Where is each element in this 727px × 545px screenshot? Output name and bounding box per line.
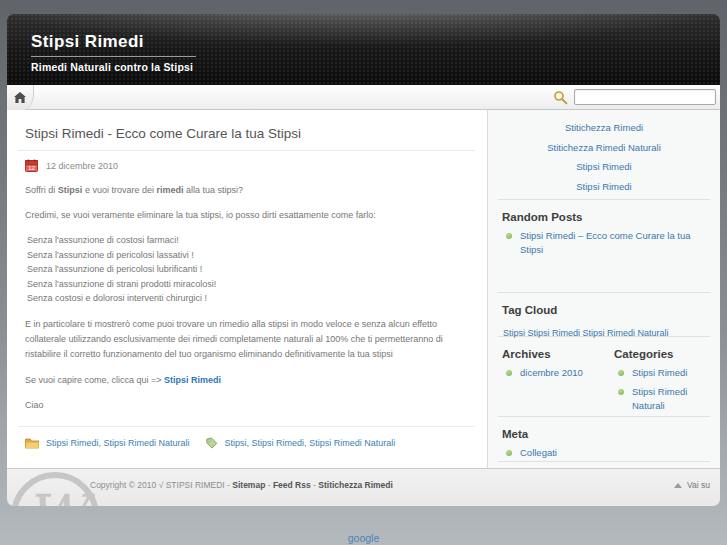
post-cta-line: Se vuoi capire come, clicca qui => Stips…: [25, 373, 475, 387]
site-header: Stipsi Rimedi Rimedi Naturali contro la …: [7, 14, 720, 85]
category-item: Stipsi Rimedi Naturali: [618, 385, 706, 413]
archives-column: Archives dicembre 2010: [502, 348, 614, 416]
tag-group: StipsiStipsi RimediStipsi Rimedi Natural…: [205, 437, 396, 450]
post-categories: Stipsi RimediStipsi Rimedi Naturali: [46, 438, 190, 448]
post-closing: Ciao: [25, 398, 475, 412]
nav-bar: [7, 85, 720, 110]
footer-link[interactable]: Sitemap: [225, 480, 266, 490]
meta-section: Meta Collegati: [488, 417, 720, 461]
archive-item: dicembre 2010: [506, 366, 614, 380]
sidebar-top-link[interactable]: Stitichezza Rimedi: [488, 118, 720, 138]
bullet-icon: [618, 389, 624, 395]
wordpress-logo-icon: W: [9, 470, 101, 506]
footer-link[interactable]: Stitichezza Rimedi: [311, 480, 393, 490]
sidebar-divider: [498, 461, 710, 462]
tag-cloud-section: Tag Cloud StipsiStipsi RimediStipsi Rime…: [488, 293, 720, 336]
post-paragraph-3: E in particolare ti mostrerò come puoi t…: [25, 317, 472, 362]
bold-keyword: Stipsi: [58, 185, 83, 195]
post-date-text: 12 dicembre 2010: [46, 161, 118, 171]
claim-line: Senza l'assunzione di costosi farmaci!: [27, 233, 475, 248]
random-posts-list: Stipsi Rimedi – Ecco come Curare la tua …: [502, 229, 706, 257]
bullet-icon: [506, 450, 512, 456]
categories-list: Stipsi Rimedi Stipsi Rimedi Naturali: [614, 366, 706, 413]
sidebar-top-link[interactable]: Stitichezza Rimedi Naturali: [488, 138, 720, 158]
sidebar: Stitichezza RimediStitichezza Rimedi Nat…: [487, 110, 720, 468]
tag-link[interactable]: Stipsi: [225, 438, 252, 448]
meta-link[interactable]: Collegati: [520, 446, 557, 460]
archive-link[interactable]: dicembre 2010: [520, 366, 583, 380]
archives-categories-section: Archives dicembre 2010 Categories: [488, 337, 720, 416]
google-link[interactable]: google: [348, 532, 380, 544]
calendar-icon: 12: [25, 159, 38, 172]
bullet-icon: [506, 233, 512, 239]
post-paragraph-2: Credimi, se vuoi veramente eliminare la …: [25, 208, 475, 222]
archives-title: Archives: [502, 348, 614, 360]
home-icon: [14, 92, 26, 103]
tag-link[interactable]: Stipsi Rimedi Naturali: [309, 438, 395, 448]
post-meta-row: Stipsi RimediStipsi Rimedi Naturali Stip…: [25, 437, 475, 450]
folder-icon: [25, 438, 39, 449]
sidebar-top-links: Stitichezza RimediStitichezza Rimedi Nat…: [488, 110, 720, 199]
meta-list: Collegati: [502, 446, 706, 460]
claim-line: Senza l'assunzione di pericolosi lubrifi…: [27, 262, 475, 277]
svg-text:12: 12: [28, 165, 35, 171]
tag-cloud-link[interactable]: Stipsi Rimedi Naturali: [583, 328, 669, 338]
back-to-top-button[interactable]: Vai su: [674, 480, 710, 490]
bullet-icon: [618, 370, 624, 376]
category-link[interactable]: Stipsi Rimedi Naturali: [104, 438, 190, 448]
claim-line: Senza costosi e dolorosi interventi chir…: [27, 291, 475, 306]
bullet-icon: [506, 370, 512, 376]
home-tab[interactable]: [7, 85, 34, 110]
bold-keyword: rimedi: [156, 185, 183, 195]
triangle-up-icon: [674, 483, 682, 488]
sidebar-category-link[interactable]: Stipsi Rimedi: [632, 366, 687, 380]
tag-link[interactable]: Stipsi Rimedi: [252, 438, 310, 448]
tag-cloud-title: Tag Cloud: [502, 304, 706, 316]
post-divider: [18, 426, 475, 427]
meta-item: Collegati: [506, 446, 706, 460]
random-post-item: Stipsi Rimedi – Ecco come Curare la tua …: [506, 229, 706, 257]
footer-links: SitemapFeed RssStitichezza Rimedi: [225, 480, 393, 490]
search-box: [553, 89, 716, 105]
claims-list: Senza l'assunzione di costosi farmaci!Se…: [27, 233, 475, 306]
random-posts-title: Random Posts: [502, 211, 706, 223]
post-tags: StipsiStipsi RimediStipsi Rimedi Natural…: [225, 438, 396, 448]
back-to-top-label: Vai su: [687, 480, 710, 490]
footer-link[interactable]: Feed Rss: [265, 480, 310, 490]
tag-icon: [205, 437, 218, 450]
random-posts-section: Random Posts Stipsi Rimedi – Ecco come C…: [488, 200, 720, 292]
site-footer: W Copyright © 2010 √ STIPSI RIMEDISitema…: [7, 468, 720, 506]
post-title: Stipsi Rimedi - Ecco come Curare la tua …: [18, 124, 475, 151]
meta-title: Meta: [502, 428, 706, 440]
categories-title: Categories: [614, 348, 706, 360]
categories-column: Categories Stipsi Rimedi Stipsi Rimedi N…: [614, 348, 706, 416]
random-post-link[interactable]: Stipsi Rimedi – Ecco come Curare la tua …: [520, 229, 706, 257]
site-subtitle: Rimedi Naturali contro la Stipsi: [31, 61, 720, 73]
category-link[interactable]: Stipsi Rimedi: [46, 438, 104, 448]
sidebar-top-link[interactable]: Stipsi Rimedi: [488, 177, 720, 197]
content-column: Stipsi Rimedi - Ecco come Curare la tua …: [7, 110, 487, 468]
tag-cloud-link[interactable]: Stipsi Rimedi: [528, 328, 583, 338]
claim-line: Senza l'assunzione di pericolosi lassati…: [27, 248, 475, 263]
post-paragraph-intro: Soffri di Stipsi e vuoi trovare dei rime…: [25, 183, 475, 197]
sidebar-top-link[interactable]: Stipsi Rimedi: [488, 157, 720, 177]
main-area: Stipsi Rimedi - Ecco come Curare la tua …: [7, 110, 720, 468]
copyright-text: Copyright © 2010 √ STIPSI RIMEDI: [90, 480, 225, 490]
tag-cloud-link[interactable]: Stipsi: [503, 328, 528, 338]
search-input[interactable]: [574, 89, 716, 105]
post-date-row: 12 12 dicembre 2010: [25, 159, 475, 172]
search-icon: [553, 90, 568, 105]
site-title: Stipsi Rimedi: [31, 32, 196, 57]
category-item: Stipsi Rimedi: [618, 366, 706, 380]
copyright-row: Copyright © 2010 √ STIPSI RIMEDISitemapF…: [90, 480, 393, 490]
stipsi-rimedi-link[interactable]: Stipsi Rimedi: [164, 375, 221, 385]
claim-line: Senza l'assunzione di strani prodotti mi…: [27, 277, 475, 292]
sidebar-category-link[interactable]: Stipsi Rimedi Naturali: [632, 385, 706, 413]
site-container: Stipsi Rimedi Rimedi Naturali contro la …: [7, 14, 720, 506]
archives-list: dicembre 2010: [502, 366, 614, 380]
